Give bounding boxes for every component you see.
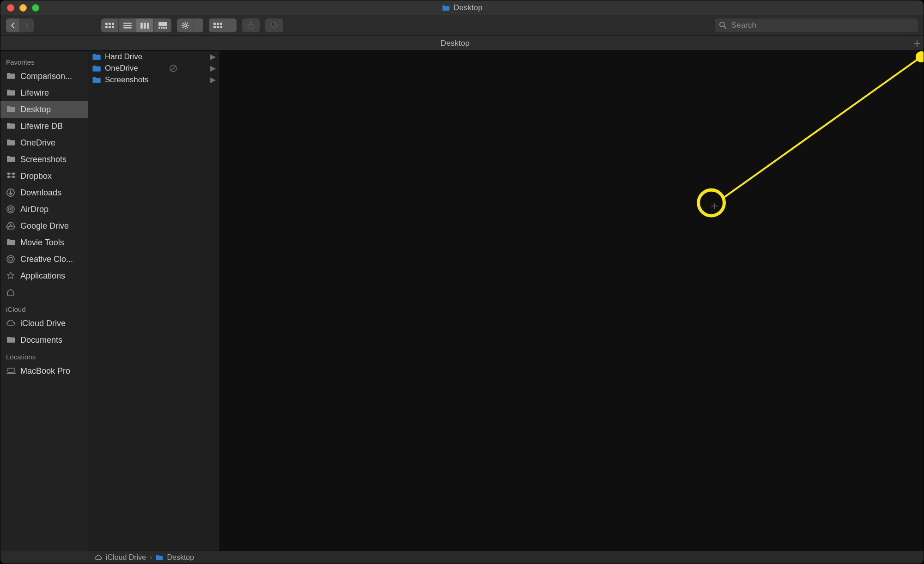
sidebar-item[interactable]: Google Drive bbox=[0, 218, 88, 234]
gdrive-icon bbox=[6, 222, 16, 230]
search-icon bbox=[719, 22, 727, 29]
annotation-overlay bbox=[220, 51, 924, 551]
column-browser: Hard Drive▶OneDrive▶Screenshots▶ bbox=[88, 51, 924, 551]
sidebar-item[interactable]: Applications bbox=[0, 267, 88, 284]
svg-point-45 bbox=[916, 51, 924, 62]
column-item-label: OneDrive bbox=[105, 64, 138, 73]
sidebar-item[interactable]: Lifewire DB bbox=[0, 118, 88, 134]
sidebar-item-label: Lifewire DB bbox=[20, 121, 82, 131]
sidebar-item-label: AirDrop bbox=[20, 205, 82, 214]
new-tab-button[interactable] bbox=[910, 36, 924, 50]
tabbar: Desktop bbox=[0, 36, 924, 51]
sidebar-item[interactable]: Comparison... bbox=[0, 68, 88, 85]
chevron-down-icon bbox=[194, 18, 203, 32]
close-button[interactable] bbox=[7, 4, 14, 12]
svg-point-46 bbox=[699, 190, 724, 216]
share-button[interactable] bbox=[242, 18, 260, 32]
sidebar-item[interactable]: Downloads bbox=[0, 184, 88, 201]
sidebar-section-header: iCloud bbox=[0, 301, 88, 315]
folder-icon bbox=[6, 122, 16, 130]
column-item-label: Hard Drive bbox=[105, 52, 142, 61]
window-title: Desktop bbox=[0, 3, 924, 12]
path-segment[interactable]: iCloud Drive bbox=[106, 553, 146, 562]
titlebar: Desktop bbox=[0, 0, 924, 15]
sidebar-item[interactable]: Screenshots bbox=[0, 151, 88, 168]
toolbar bbox=[0, 15, 924, 36]
folder-icon bbox=[6, 72, 16, 80]
sidebar-item[interactable]: Desktop bbox=[0, 101, 88, 118]
action-menu[interactable] bbox=[177, 18, 203, 32]
sidebar-item[interactable] bbox=[0, 284, 88, 301]
folder-icon bbox=[442, 5, 450, 11]
search-input[interactable] bbox=[730, 20, 913, 30]
path-separator: › bbox=[150, 553, 152, 562]
forward-button[interactable] bbox=[20, 18, 34, 32]
sidebar-item-label: Comparison... bbox=[20, 72, 82, 81]
chevron-right-icon: ▶ bbox=[210, 52, 216, 61]
column-item[interactable]: Screenshots▶ bbox=[88, 74, 219, 85]
view-list-button[interactable] bbox=[119, 18, 136, 32]
search-field[interactable] bbox=[715, 18, 918, 32]
sidebar-item-label: Creative Clo... bbox=[20, 255, 82, 264]
folder-icon bbox=[6, 155, 16, 164]
sidebar-item-label: Screenshots bbox=[20, 155, 82, 164]
sidebar-item-label: Movie Tools bbox=[20, 238, 82, 248]
chevron-right-icon: ▶ bbox=[210, 75, 216, 84]
column-item[interactable]: OneDrive▶ bbox=[88, 62, 219, 74]
apps-icon bbox=[6, 272, 16, 280]
downloads-icon bbox=[6, 188, 16, 197]
folder-icon bbox=[6, 105, 16, 114]
sidebar-item[interactable]: Lifewire bbox=[0, 85, 88, 101]
content-area[interactable] bbox=[220, 51, 924, 551]
sidebar-item-label: Downloads bbox=[20, 188, 82, 198]
folder-icon bbox=[6, 238, 16, 247]
sidebar-item[interactable]: Dropbox bbox=[0, 168, 88, 184]
path-segment[interactable]: Desktop bbox=[167, 553, 194, 562]
window-title-label: Desktop bbox=[454, 3, 482, 12]
sidebar-item[interactable]: AirDrop bbox=[0, 201, 88, 218]
nav-group bbox=[6, 18, 34, 32]
folder-icon bbox=[92, 53, 101, 61]
sidebar-item[interactable]: MacBook Pro bbox=[0, 363, 88, 379]
laptop-icon bbox=[6, 367, 16, 375]
folder-icon bbox=[92, 65, 101, 72]
sidebar-item-label: Dropbox bbox=[20, 171, 82, 181]
view-icons-button[interactable] bbox=[101, 18, 119, 32]
sidebar-item-label: Desktop bbox=[20, 105, 82, 115]
folder-icon bbox=[6, 89, 16, 97]
group-menu[interactable] bbox=[209, 18, 237, 32]
tab-label: Desktop bbox=[441, 39, 469, 48]
back-button[interactable] bbox=[6, 18, 20, 32]
view-gallery-button[interactable] bbox=[154, 18, 171, 32]
sidebar-item-label: MacBook Pro bbox=[20, 366, 82, 376]
minimize-button[interactable] bbox=[19, 4, 27, 12]
tags-button[interactable] bbox=[265, 18, 283, 32]
sidebar-section-header: Favorites bbox=[0, 54, 88, 68]
folder-icon bbox=[6, 336, 16, 344]
column-item[interactable]: Hard Drive▶ bbox=[88, 51, 219, 62]
sidebar-section-header: Locations bbox=[0, 348, 88, 363]
sidebar-item-label: Applications bbox=[20, 271, 82, 281]
pathbar: iCloud Drive›Desktop bbox=[88, 551, 924, 564]
sidebar-item-label: Google Drive bbox=[20, 221, 82, 231]
sidebar-item[interactable]: Creative Clo... bbox=[0, 251, 88, 267]
sidebar-item[interactable]: iCloud Drive bbox=[0, 315, 88, 332]
airdrop-icon bbox=[6, 205, 16, 213]
traffic-lights bbox=[0, 4, 39, 12]
tab-desktop[interactable]: Desktop bbox=[0, 36, 910, 50]
column-0: Hard Drive▶OneDrive▶Screenshots▶ bbox=[88, 51, 220, 551]
sidebar-item-label: iCloud Drive bbox=[20, 319, 82, 328]
sidebar-item[interactable]: Movie Tools bbox=[0, 234, 88, 251]
sidebar-item[interactable]: OneDrive bbox=[0, 134, 88, 151]
chevron-right-icon: ▶ bbox=[210, 64, 216, 73]
sync-off-icon bbox=[170, 65, 177, 72]
maximize-button[interactable] bbox=[32, 4, 39, 12]
folder-icon bbox=[92, 76, 101, 84]
sidebar-item[interactable]: Documents bbox=[0, 332, 88, 348]
view-columns-button[interactable] bbox=[136, 18, 154, 32]
svg-line-44 bbox=[723, 57, 921, 198]
sidebar-item-label: Lifewire bbox=[20, 88, 82, 98]
window-body: FavoritesComparison...LifewireDesktopLif… bbox=[0, 51, 924, 551]
icloud-icon bbox=[6, 319, 16, 327]
sidebar: FavoritesComparison...LifewireDesktopLif… bbox=[0, 51, 88, 551]
